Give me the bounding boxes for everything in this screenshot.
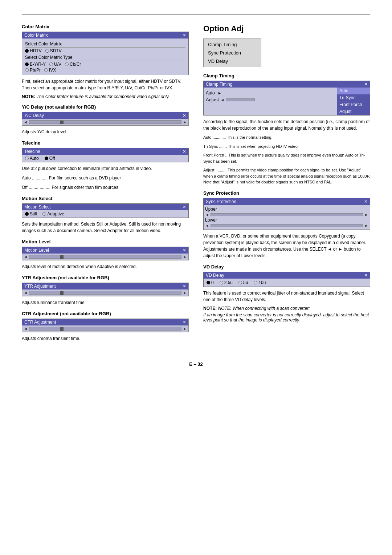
page-number: E – 32 bbox=[22, 361, 370, 367]
close-icon[interactable]: ✕ bbox=[364, 82, 368, 87]
color-matrix-box-title: Color Matrix ✕ bbox=[22, 32, 188, 39]
clamp-frontporch-option[interactable]: Front Porch bbox=[337, 101, 370, 108]
close-icon[interactable]: ✕ bbox=[364, 273, 368, 278]
left-arrow-icon[interactable]: ◄ bbox=[24, 291, 28, 295]
yc-delay-body: Adjusts Y/C delay level. bbox=[22, 129, 189, 135]
close-icon[interactable]: ✕ bbox=[183, 204, 186, 210]
clamp-auto-option[interactable]: Auto bbox=[337, 88, 370, 94]
yc-delay-track: ◄ ► bbox=[22, 119, 188, 125]
left-arrow-icon[interactable]: ◄ bbox=[24, 327, 28, 331]
clamp-trisync-option[interactable]: Tri-Sync bbox=[337, 94, 370, 101]
color-matrix-title: Color Matrix bbox=[22, 24, 189, 29]
yc-delay-slider[interactable] bbox=[29, 120, 181, 124]
adaptive-radio[interactable] bbox=[42, 212, 46, 216]
menu-item-vd-delay[interactable]: VD Delay bbox=[204, 57, 261, 65]
sync-inner: Upper ◄ ► Lower ◄ ► bbox=[204, 205, 370, 230]
hdtv-option[interactable]: HDTV bbox=[25, 48, 42, 53]
menu-item-sync-protection[interactable]: Sync Protection bbox=[204, 49, 261, 57]
still-option[interactable]: Still bbox=[25, 211, 37, 216]
still-radio[interactable] bbox=[25, 212, 29, 216]
right-arrow-icon[interactable]: ► bbox=[183, 255, 187, 259]
menu-item-clamp-timing[interactable]: Clamp Timing bbox=[204, 40, 261, 49]
telecine-inner: Auto Off bbox=[22, 155, 188, 162]
motion-select-section: Motion Select Motion Select ✕ Still A bbox=[22, 196, 189, 234]
left-arrow-icon[interactable]: ◄ bbox=[205, 223, 209, 228]
ctr-box-title: CTR Adjustment ✕ bbox=[22, 319, 188, 325]
pbpr-option[interactable]: Pb/Pr bbox=[25, 68, 41, 73]
uv-radio[interactable] bbox=[49, 62, 53, 66]
clamp-def-frontporch: Front Porch .. This is set when the pict… bbox=[203, 152, 370, 164]
right-arrow-icon[interactable]: ► bbox=[364, 212, 368, 217]
uv-option[interactable]: U/V bbox=[49, 62, 61, 67]
cbcr-option[interactable]: Cb/Cr bbox=[65, 62, 81, 67]
telecine-body2-off: Off .................. For signals other… bbox=[22, 184, 189, 191]
vd-0-radio[interactable] bbox=[207, 281, 210, 284]
close-icon[interactable]: ✕ bbox=[183, 248, 186, 253]
left-arrow-icon[interactable]: ◄ bbox=[24, 255, 28, 259]
close-icon[interactable]: ✕ bbox=[183, 113, 186, 118]
byr-option[interactable]: B-Y/R-Y bbox=[25, 62, 46, 67]
ctr-slider[interactable] bbox=[29, 327, 181, 331]
clamp-adjust-slider[interactable] bbox=[226, 98, 255, 101]
sync-lower-label: Lower bbox=[205, 218, 217, 223]
close-icon[interactable]: ✕ bbox=[183, 33, 186, 38]
adaptive-option[interactable]: Adaptive bbox=[42, 211, 64, 216]
motion-level-slider[interactable] bbox=[29, 255, 181, 259]
hdtv-radio[interactable] bbox=[25, 49, 29, 53]
vd-delay-box-title: VD Delay ✕ bbox=[204, 272, 370, 279]
sync-upper-slider[interactable] bbox=[211, 213, 363, 216]
clamp-timing-box-title: Clamp Timing ✕ bbox=[204, 81, 370, 88]
vd-10u-option[interactable]: 10u bbox=[254, 280, 266, 285]
cbcr-radio[interactable] bbox=[65, 62, 69, 66]
vd-delay-body: This feature is used to correct vertical… bbox=[203, 290, 370, 303]
ivx-option[interactable]: IVX bbox=[44, 68, 56, 73]
vd-10u-radio[interactable] bbox=[254, 281, 257, 284]
vd-delay-title: VD Delay bbox=[203, 264, 370, 270]
vd-25u-radio[interactable] bbox=[220, 281, 223, 284]
byr-radio[interactable] bbox=[25, 62, 29, 66]
vd-25u-option[interactable]: 2.5u bbox=[220, 280, 233, 285]
vd-0-option[interactable]: 0 bbox=[207, 280, 214, 285]
telecine-box: Telecine ✕ Auto Off bbox=[22, 148, 189, 162]
motion-level-box: Motion Level ✕ ◄ ► bbox=[22, 247, 189, 260]
page: Color Matrix Color Matrix ✕ Select Color… bbox=[0, 0, 392, 555]
vd-5u-radio[interactable] bbox=[238, 281, 242, 284]
yc-delay-box: Y/C Delay ✕ ◄ ► bbox=[22, 112, 189, 126]
vd-5u-option[interactable]: 5u bbox=[238, 280, 248, 285]
sync-upper-row: Upper bbox=[205, 207, 368, 212]
ytr-title: YTR Adjustmen (not available for RGB) bbox=[22, 275, 189, 280]
close-icon[interactable]: ✕ bbox=[183, 320, 186, 325]
right-column: Option Adj Clamp Timing Sync Protection … bbox=[203, 24, 370, 347]
telecine-auto[interactable]: Auto bbox=[25, 156, 39, 161]
telecine-section: Telecine Telecine ✕ Auto Off bbox=[22, 140, 189, 191]
clamp-adjust-row: Adjust ◄ bbox=[206, 97, 335, 102]
sdtv-radio[interactable] bbox=[45, 49, 49, 53]
motion-select-inner: Still Adaptive bbox=[22, 210, 188, 218]
ytr-slider[interactable] bbox=[29, 291, 181, 295]
left-arrow-icon[interactable]: ◄ bbox=[24, 120, 28, 124]
clamp-adjust-option[interactable]: Adjust bbox=[337, 108, 370, 115]
telecine-off[interactable]: Off bbox=[45, 156, 55, 161]
left-arrow-icon[interactable]: ◄ bbox=[205, 212, 209, 217]
matrix-type-row2: Pb/Pr IVX bbox=[25, 68, 185, 73]
auto-radio[interactable] bbox=[25, 157, 29, 160]
right-arrow-icon[interactable]: ► bbox=[183, 327, 187, 331]
pbpr-radio[interactable] bbox=[25, 68, 29, 72]
right-arrow-icon[interactable]: ► bbox=[183, 291, 187, 295]
close-icon[interactable]: ✕ bbox=[364, 199, 368, 204]
right-arrow-icon[interactable]: ► bbox=[218, 91, 222, 95]
off-radio[interactable] bbox=[45, 157, 48, 160]
right-arrow-icon[interactable]: ► bbox=[183, 120, 187, 124]
vd-delay-note2: If an image from the scan converter is n… bbox=[203, 312, 370, 323]
sdtv-option[interactable]: SDTV bbox=[45, 48, 62, 53]
close-icon[interactable]: ✕ bbox=[183, 149, 186, 154]
close-icon[interactable]: ✕ bbox=[183, 284, 186, 289]
clamp-dropdown: Auto Tri-Sync Front Porch Adjust bbox=[337, 88, 370, 115]
ivx-radio[interactable] bbox=[44, 68, 48, 72]
motion-select-title: Motion Select bbox=[22, 196, 189, 201]
left-arrow-icon[interactable]: ◄ bbox=[220, 98, 224, 102]
hdtv-sdtv-group: HDTV SDTV bbox=[25, 48, 185, 53]
sync-lower-slider[interactable] bbox=[211, 224, 363, 227]
right-arrow-icon[interactable]: ► bbox=[364, 223, 368, 228]
motion-select-box-title: Motion Select ✕ bbox=[22, 204, 188, 210]
